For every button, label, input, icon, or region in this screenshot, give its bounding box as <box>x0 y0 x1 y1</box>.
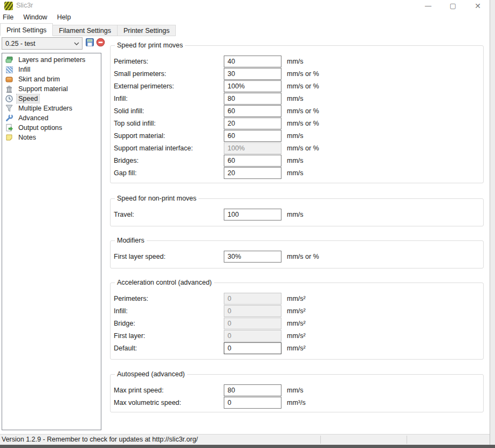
window-controls: — ▢ ✕ <box>424 0 482 12</box>
extruders-icon <box>5 104 13 113</box>
field-unit: mm/s <box>287 132 304 140</box>
field-label: Top solid infill: <box>114 120 224 127</box>
gap-fill-input[interactable] <box>224 167 281 179</box>
max-print-speed-input[interactable] <box>224 384 281 396</box>
accel-infill-input <box>224 305 281 317</box>
field-unit: mm/s² <box>287 320 306 327</box>
field-row: External perimeters: mm/s or % <box>111 80 483 92</box>
delete-preset-button[interactable] <box>95 38 106 49</box>
sidebar-item-speed[interactable]: Speed <box>2 94 101 104</box>
menu-help[interactable]: Help <box>52 12 76 23</box>
field-label: Max print speed: <box>114 387 224 394</box>
accel-default-input[interactable] <box>224 342 281 354</box>
save-icon <box>85 38 94 49</box>
small-perimeters-input[interactable] <box>224 68 281 80</box>
support-material-speed-input[interactable] <box>224 130 281 142</box>
tab-printer-settings[interactable]: Printer Settings <box>117 25 176 36</box>
field-unit: mm/s <box>287 387 304 394</box>
field-label: First layer: <box>114 332 224 340</box>
field-label: Infill: <box>114 95 224 102</box>
group-title: Acceleration control (advanced) <box>115 279 214 286</box>
support-material-interface-input <box>224 142 281 154</box>
field-label: Perimeters: <box>114 295 224 302</box>
field-row: Perimeters: mm/s² <box>111 292 483 305</box>
field-unit: mm/s or % <box>287 70 319 78</box>
close-button[interactable]: ✕ <box>473 0 482 12</box>
sidebar-item-multiple-extruders[interactable]: Multiple Extruders <box>2 104 101 113</box>
field-label: Small perimeters: <box>114 70 224 78</box>
max-volumetric-speed-input[interactable] <box>224 397 281 409</box>
field-unit: mm/s or % <box>287 107 319 115</box>
save-preset-button[interactable] <box>84 38 95 49</box>
accel-perimeters-input <box>224 293 281 305</box>
field-unit: mm/s or % <box>287 82 319 90</box>
sidebar-item-layers-and-perimeters[interactable]: Layers and perimeters <box>2 55 101 65</box>
sidebar-item-support-material[interactable]: Support material <box>2 84 101 94</box>
sidebar-item-label: Infill <box>17 65 32 74</box>
travel-speed-input[interactable] <box>224 209 281 220</box>
sidebar-item-label: Support material <box>17 85 70 93</box>
field-row: Bridge: mm/s² <box>111 317 483 329</box>
field-row: Solid infill: mm/s or % <box>111 105 483 117</box>
field-row: Support material interface: mm/s or % <box>111 142 483 154</box>
preset-value: 0.25 - test <box>5 40 71 47</box>
field-row: Max volumetric speed: mm³/s <box>111 396 483 409</box>
group-title: Modifiers <box>115 237 147 244</box>
minimize-button[interactable]: — <box>424 0 432 12</box>
menu-file[interactable]: File <box>0 12 18 23</box>
group-modifiers: Modifiers First layer speed: mm/s or % <box>110 240 484 268</box>
sidebar-item-label: Skirt and brim <box>17 75 61 84</box>
first-layer-speed-input[interactable] <box>224 251 281 263</box>
field-unit: mm/s or % <box>287 120 319 127</box>
group-title: Autospeed (advanced) <box>115 370 187 378</box>
sidebar-item-advanced[interactable]: Advanced <box>2 113 101 123</box>
field-label: Bridge: <box>114 320 224 327</box>
field-unit: mm/s or % <box>287 144 319 152</box>
delete-icon <box>96 38 105 49</box>
group-autospeed: Autospeed (advanced) Max print speed: mm… <box>110 374 484 412</box>
tab-filament-settings[interactable]: Filament Settings <box>52 25 118 36</box>
sidebar-item-skirt-and-brim[interactable]: Skirt and brim <box>2 74 101 84</box>
perimeters-speed-input[interactable] <box>224 56 281 67</box>
group-title: Speed for non-print moves <box>115 195 198 202</box>
skirt-icon <box>5 75 13 84</box>
tab-print-settings[interactable]: Print Settings <box>0 23 53 36</box>
sidebar-item-notes[interactable]: Notes <box>2 133 101 142</box>
field-label: Support material: <box>114 132 224 140</box>
sidebar-item-output-options[interactable]: Output options <box>2 123 101 133</box>
solid-infill-input[interactable] <box>224 105 281 117</box>
group-title: Speed for print moves <box>115 42 185 49</box>
infill-icon <box>5 65 13 74</box>
menu-bar: File Window Help <box>0 12 490 23</box>
external-perimeters-input[interactable] <box>224 80 281 92</box>
field-row: Infill: mm/s <box>111 92 483 105</box>
sidebar-item-label: Layers and perimeters <box>17 56 87 64</box>
field-label: External perimeters: <box>114 82 224 90</box>
field-label: Support material interface: <box>114 144 224 152</box>
preset-dropdown[interactable]: 0.25 - test <box>2 37 82 50</box>
field-label: First layer speed: <box>114 253 224 260</box>
notes-icon <box>5 133 13 142</box>
chevron-down-icon <box>71 42 82 45</box>
settings-category-tree: Layers and perimeters Infill Skirt and b… <box>2 53 101 430</box>
statusbar-separator <box>320 436 321 444</box>
field-unit: mm/s <box>287 95 304 102</box>
field-unit: mm³/s <box>287 399 306 406</box>
field-unit: mm/s² <box>287 295 306 302</box>
field-row: First layer: mm/s² <box>111 329 483 342</box>
field-unit: mm/s² <box>287 344 306 352</box>
group-speed-print-moves: Speed for print moves Perimeters: mm/s S… <box>110 45 484 183</box>
bridges-input[interactable] <box>224 155 281 167</box>
sidebar-item-infill[interactable]: Infill <box>2 65 101 74</box>
menu-window[interactable]: Window <box>18 12 52 23</box>
field-row: Max print speed: mm/s <box>111 384 483 396</box>
infill-speed-input[interactable] <box>224 93 281 105</box>
field-row: Travel: mm/s <box>111 208 483 220</box>
support-icon <box>5 85 13 93</box>
maximize-button[interactable]: ▢ <box>449 0 457 12</box>
field-row: First layer speed: mm/s or % <box>111 250 483 263</box>
group-acceleration-control: Acceleration control (advanced) Perimete… <box>110 282 484 360</box>
top-solid-infill-input[interactable] <box>224 118 281 129</box>
field-row: Perimeters: mm/s <box>111 55 483 67</box>
settings-tabs: Print Settings Filament Settings Printer… <box>0 23 176 36</box>
